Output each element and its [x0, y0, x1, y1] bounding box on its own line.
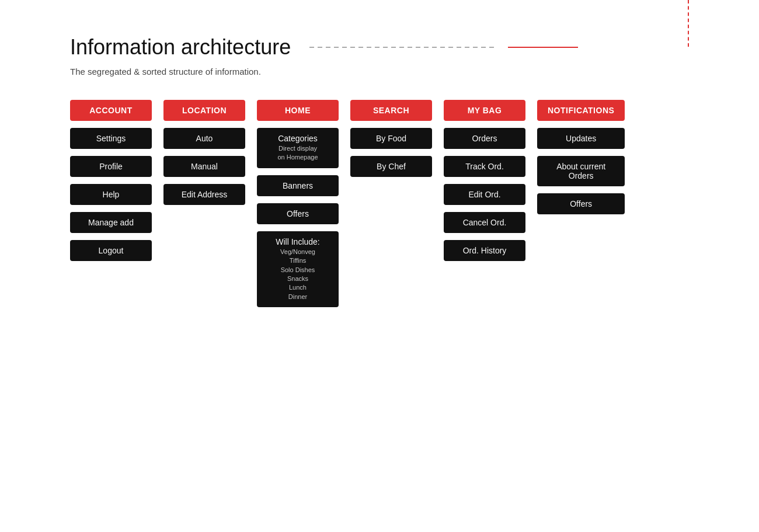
- item-location-1[interactable]: Manual: [163, 156, 245, 177]
- item-notifications-2[interactable]: Offers: [537, 193, 625, 214]
- item-notifications-0[interactable]: Updates: [537, 128, 625, 149]
- column-header-location: LOCATION: [163, 100, 245, 121]
- item-mybag-0[interactable]: Orders: [444, 128, 525, 149]
- item-search-0[interactable]: By Food: [350, 128, 432, 149]
- page-subtitle: The segregated & sorted structure of inf…: [70, 67, 712, 77]
- item-account-0[interactable]: Settings: [70, 128, 152, 149]
- column-mybag: MY BAGOrdersTrack Ord.Edit Ord.Cancel Or…: [444, 100, 525, 261]
- column-header-mybag: MY BAG: [444, 100, 525, 121]
- item-location-2[interactable]: Edit Address: [163, 184, 245, 205]
- item-home-2[interactable]: Offers: [257, 203, 339, 224]
- page-title-text: Information architecture: [70, 35, 291, 60]
- title-dashed-line: [309, 47, 496, 48]
- column-header-account: ACCOUNT: [70, 100, 152, 121]
- item-home-0[interactable]: CategoriesDirect display on Homepage: [257, 128, 339, 168]
- item-account-3[interactable]: Manage add: [70, 212, 152, 233]
- item-mybag-3[interactable]: Cancel Ord.: [444, 212, 525, 233]
- column-header-search: SEARCH: [350, 100, 432, 121]
- column-account: ACCOUNTSettingsProfileHelpManage addLogo…: [70, 100, 152, 261]
- item-account-1[interactable]: Profile: [70, 156, 152, 177]
- column-location: LOCATIONAutoManualEdit Address: [163, 100, 245, 205]
- column-header-notifications: NOTIFICATIONS: [537, 100, 625, 121]
- item-notifications-1[interactable]: About current Orders: [537, 156, 625, 186]
- item-home-3[interactable]: Will Include:Veg/Nonveg Tiffins Solo Dis…: [257, 231, 339, 307]
- page-container: Information architecture The segregated …: [0, 0, 759, 331]
- item-mybag-1[interactable]: Track Ord.: [444, 156, 525, 177]
- item-mybag-2[interactable]: Edit Ord.: [444, 184, 525, 205]
- title-solid-line: [508, 47, 578, 48]
- item-mybag-4[interactable]: Ord. History: [444, 240, 525, 261]
- item-search-1[interactable]: By Chef: [350, 156, 432, 177]
- item-home-1[interactable]: Banners: [257, 175, 339, 196]
- item-account-4[interactable]: Logout: [70, 240, 152, 261]
- column-notifications: NOTIFICATIONSUpdatesAbout current Orders…: [537, 100, 625, 214]
- page-title: Information architecture: [70, 35, 712, 60]
- item-location-0[interactable]: Auto: [163, 128, 245, 149]
- column-header-home: HOME: [257, 100, 339, 121]
- top-dashed-decoration: [688, 0, 689, 47]
- item-account-2[interactable]: Help: [70, 184, 152, 205]
- architecture-grid: ACCOUNTSettingsProfileHelpManage addLogo…: [70, 100, 712, 307]
- column-home: HOMECategoriesDirect display on Homepage…: [257, 100, 339, 307]
- column-search: SEARCHBy FoodBy Chef: [350, 100, 432, 177]
